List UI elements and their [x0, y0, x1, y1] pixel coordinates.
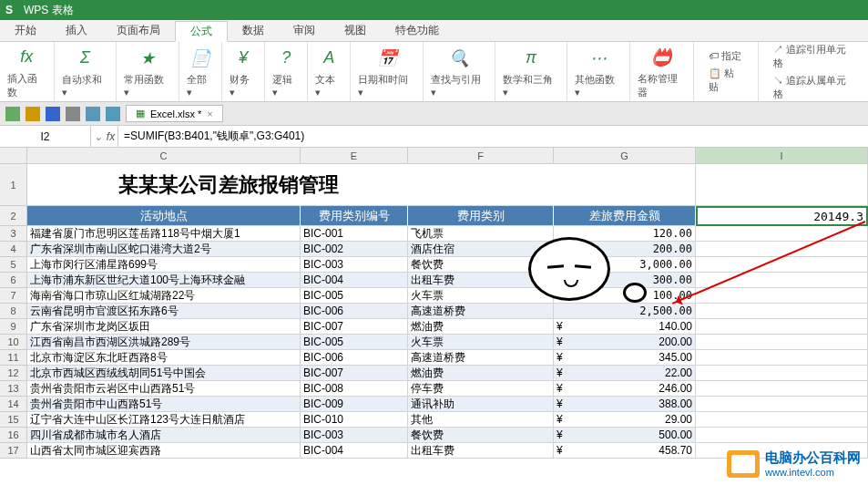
ribbon-group-10[interactable]: ⋯其他函数 ▾ — [567, 42, 630, 101]
cell-code[interactable]: BIC-005 — [301, 335, 408, 350]
cell-empty[interactable] — [696, 397, 868, 412]
cell-location[interactable]: 贵州省贵阳市中山西路51号 — [27, 397, 301, 412]
row-head[interactable]: 8 — [0, 304, 27, 319]
cell-location[interactable]: 上海市浦东新区世纪大道100号上海环球金融 — [27, 273, 301, 288]
row-head[interactable]: 14 — [0, 397, 27, 412]
col-head-F[interactable]: F — [408, 148, 554, 164]
open-icon[interactable] — [26, 107, 40, 121]
cell-code[interactable]: BIC-009 — [301, 397, 408, 412]
cell-code[interactable]: BIC-003 — [301, 428, 408, 443]
cell-empty[interactable] — [696, 304, 868, 319]
cell-empty[interactable] — [696, 366, 868, 381]
cell-category[interactable]: 通讯补助 — [408, 397, 554, 412]
ribbon-group-1[interactable]: Σ自动求和 ▾ — [55, 42, 117, 101]
row-head[interactable]: 10 — [0, 335, 27, 350]
cell-location[interactable]: 四川省成都市城市名人酒店 — [27, 428, 301, 443]
cell-empty[interactable] — [696, 350, 868, 366]
cell-location[interactable]: 海南省海口市琼山区红城湖路22号 — [27, 288, 301, 304]
cell-location[interactable]: 广东省深圳市龙岗区坂田 — [27, 319, 301, 335]
cell-amount[interactable]: ¥246.00 — [554, 381, 696, 397]
menu-tab-2[interactable]: 页面布局 — [102, 20, 175, 41]
cell-code[interactable]: BIC-001 — [301, 226, 408, 242]
cell-code[interactable]: BIC-002 — [301, 242, 408, 257]
col-head-C[interactable]: C — [27, 148, 301, 164]
cell-empty[interactable] — [696, 226, 868, 242]
cell-amount[interactable]: ¥345.00 — [554, 350, 696, 366]
cell-empty[interactable] — [696, 257, 868, 273]
cell-location[interactable]: 上海市闵行区浦星路699号 — [27, 257, 301, 273]
cell-category[interactable]: 出租车费 — [408, 443, 554, 459]
cell-amount[interactable]: ¥388.00 — [554, 397, 696, 412]
select-all[interactable] — [0, 148, 27, 164]
menu-tab-7[interactable]: 特色功能 — [381, 20, 454, 41]
cell-code[interactable]: BIC-006 — [301, 304, 408, 319]
cell-code[interactable]: BIC-007 — [301, 319, 408, 335]
cell-empty[interactable] — [696, 319, 868, 335]
row-head[interactable]: 4 — [0, 242, 27, 257]
ribbon-group-0[interactable]: fx插入函数 — [0, 42, 55, 101]
cell-location[interactable]: 山西省太同市城区迎宾西路 — [27, 443, 301, 459]
cell-amount[interactable]: ¥29.00 — [554, 412, 696, 428]
sheet-title[interactable]: 某某某公司差旅报销管理 — [27, 164, 446, 206]
name-box[interactable]: I2 — [0, 126, 91, 147]
menu-tab-5[interactable]: 审阅 — [279, 20, 330, 41]
cell-amount[interactable]: ¥500.00 — [554, 428, 696, 443]
row-head[interactable]: 6 — [0, 273, 27, 288]
cell-amount[interactable]: ¥22.00 — [554, 366, 696, 381]
document-tab[interactable]: ▦ Excel.xlsx * × — [126, 105, 223, 122]
header-category[interactable]: 费用类别 — [408, 206, 554, 226]
cell-empty[interactable] — [696, 412, 868, 428]
cell-category[interactable]: 餐饮费 — [408, 428, 554, 443]
cell-category[interactable]: 高速道桥费 — [408, 350, 554, 366]
ribbon-paste[interactable]: 📋 粘贴 — [701, 65, 751, 96]
formula-input[interactable]: =SUMIF(B3:B401,"钱顺卓",G3:G401) — [118, 129, 868, 144]
menu-tab-0[interactable]: 开始 — [0, 20, 51, 41]
header-amount[interactable]: 差旅费用金额 — [554, 206, 696, 226]
row-head[interactable]: 13 — [0, 381, 27, 397]
header-location[interactable]: 活动地点 — [27, 206, 301, 226]
row-head[interactable]: 2 — [0, 206, 27, 226]
cell-location[interactable]: 贵州省贵阳市云岩区中山西路51号 — [27, 381, 301, 397]
save-icon[interactable] — [46, 107, 60, 121]
cell-empty[interactable] — [696, 288, 868, 304]
ribbon-group-9[interactable]: π数学和三角 ▾ — [495, 42, 567, 101]
fx-icon[interactable]: ⌄fx — [91, 126, 118, 147]
cell-category[interactable]: 燃油费 — [408, 366, 554, 381]
cell-location[interactable]: 广东省深圳市南山区蛇口港湾大道2号 — [27, 242, 301, 257]
active-cell-result[interactable]: 20149.3 — [696, 206, 868, 226]
cell-location[interactable]: 云南省昆明市官渡区拓东路6号 — [27, 304, 301, 319]
new-icon[interactable] — [5, 107, 20, 121]
menu-tab-4[interactable]: 数据 — [228, 20, 279, 41]
menu-tab-3[interactable]: 公式 — [175, 21, 228, 42]
trace-precedents[interactable]: ↗ 追踪引用单元格 — [766, 41, 861, 72]
cell-location[interactable]: 辽宁省大连中山区长江路123号大连日航酒店 — [27, 412, 301, 428]
menu-tab-6[interactable]: 视图 — [330, 20, 381, 41]
col-head-G[interactable]: G — [554, 148, 696, 164]
ribbon-group-7[interactable]: 📅日期和时间 ▾ — [351, 42, 423, 101]
row-head[interactable]: 7 — [0, 288, 27, 304]
cell-location[interactable]: 北京市西城区西绒线胡同51号中国会 — [27, 366, 301, 381]
close-icon[interactable]: × — [207, 108, 212, 119]
cell-category[interactable]: 停车费 — [408, 381, 554, 397]
print-icon[interactable] — [66, 107, 80, 121]
row-head[interactable]: 1 — [0, 164, 27, 206]
cell-code[interactable]: BIC-006 — [301, 350, 408, 366]
cell-code[interactable]: BIC-008 — [301, 381, 408, 397]
ribbon-group-2[interactable]: ★常用函数 ▾ — [117, 42, 179, 101]
col-head-I[interactable]: I — [696, 148, 868, 164]
cell-category[interactable]: 其他 — [408, 412, 554, 428]
cell-location[interactable]: 江西省南昌市西湖区洪城路289号 — [27, 335, 301, 350]
ribbon-group-4[interactable]: ¥财务 ▾ — [222, 42, 265, 101]
cell-code[interactable]: BIC-007 — [301, 366, 408, 381]
cell-code[interactable]: BIC-005 — [301, 288, 408, 304]
row-head[interactable]: 5 — [0, 257, 27, 273]
redo-icon[interactable] — [106, 107, 120, 121]
col-head-E[interactable]: E — [301, 148, 408, 164]
cell-code[interactable]: BIC-004 — [301, 273, 408, 288]
ribbon-group-6[interactable]: A文本 ▾ — [308, 42, 351, 101]
row-head[interactable]: 9 — [0, 319, 27, 335]
cell-amount[interactable]: ¥458.70 — [554, 443, 696, 459]
row-head[interactable]: 12 — [0, 366, 27, 381]
ribbon-group-8[interactable]: 🔍查找与引用 ▾ — [424, 42, 495, 101]
row-head[interactable]: 11 — [0, 350, 27, 366]
